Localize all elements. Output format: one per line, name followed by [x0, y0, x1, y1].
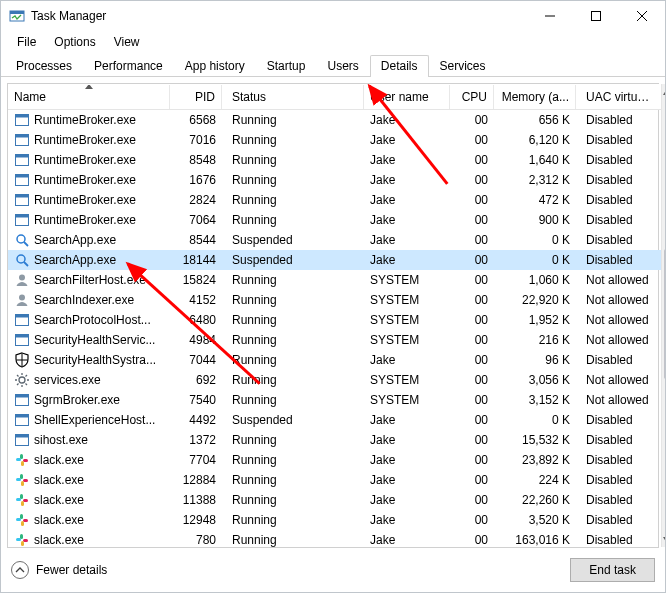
- table-row[interactable]: SearchApp.exe18144SuspendedJake000 KDisa…: [8, 250, 661, 270]
- table-row[interactable]: sihost.exe1372RunningJake0015,532 KDisab…: [8, 430, 661, 450]
- svg-rect-53: [16, 498, 21, 501]
- table-row[interactable]: slack.exe780RunningJake00163,016 KDisabl…: [8, 530, 661, 547]
- process-user: SYSTEM: [364, 393, 450, 407]
- process-icon: [14, 492, 30, 508]
- process-uac: Disabled: [576, 253, 661, 267]
- scroll-track[interactable]: [662, 101, 666, 530]
- process-user: Jake: [364, 533, 450, 547]
- fewer-details-button[interactable]: Fewer details: [11, 561, 107, 579]
- process-icon: [14, 392, 30, 408]
- process-memory: 3,520 K: [494, 513, 576, 527]
- process-icon: [14, 212, 30, 228]
- column-cpu[interactable]: CPU: [450, 85, 494, 109]
- table-row[interactable]: SearchProtocolHost...6480RunningSYSTEM00…: [8, 310, 661, 330]
- table-row[interactable]: services.exe692RunningSYSTEM003,056 KNot…: [8, 370, 661, 390]
- tab-performance[interactable]: Performance: [83, 55, 174, 77]
- process-uac: Not allowed: [576, 313, 661, 327]
- process-name: slack.exe: [34, 453, 84, 467]
- menu-options[interactable]: Options: [46, 33, 103, 51]
- table-row[interactable]: SearchApp.exe8544SuspendedJake000 KDisab…: [8, 230, 661, 250]
- vertical-scrollbar[interactable]: [661, 84, 666, 547]
- scroll-up-arrow[interactable]: [662, 84, 666, 101]
- process-uac: Disabled: [576, 153, 661, 167]
- process-status: Running: [222, 173, 364, 187]
- svg-rect-62: [23, 539, 28, 542]
- table-row[interactable]: RuntimeBroker.exe6568RunningJake00656 KD…: [8, 110, 661, 130]
- column-uac[interactable]: UAC virtualizat...: [576, 85, 661, 109]
- process-icon: [14, 292, 30, 308]
- menu-file[interactable]: File: [9, 33, 44, 51]
- process-status: Running: [222, 293, 364, 307]
- process-user: Jake: [364, 113, 450, 127]
- column-user[interactable]: User name: [364, 85, 450, 109]
- svg-rect-55: [20, 494, 23, 499]
- process-status: Running: [222, 373, 364, 387]
- menu-view[interactable]: View: [106, 33, 148, 51]
- process-table: Name PID Status User name CPU Memory (a.…: [8, 84, 661, 547]
- svg-rect-63: [20, 534, 23, 539]
- table-row[interactable]: slack.exe12948RunningJake003,520 KDisabl…: [8, 510, 661, 530]
- process-uac: Disabled: [576, 413, 661, 427]
- process-status: Suspended: [222, 413, 364, 427]
- process-icon: [14, 252, 30, 268]
- table-row[interactable]: RuntimeBroker.exe2824RunningJake00472 KD…: [8, 190, 661, 210]
- column-status[interactable]: Status: [222, 85, 364, 109]
- table-row[interactable]: slack.exe12884RunningJake00224 KDisabled: [8, 470, 661, 490]
- close-button[interactable]: [619, 1, 665, 31]
- process-name: SearchProtocolHost...: [34, 313, 151, 327]
- table-row[interactable]: RuntimeBroker.exe7064RunningJake00900 KD…: [8, 210, 661, 230]
- process-status: Suspended: [222, 233, 364, 247]
- footer: Fewer details End task: [1, 548, 665, 592]
- table-row[interactable]: RuntimeBroker.exe7016RunningJake006,120 …: [8, 130, 661, 150]
- process-cpu: 00: [450, 213, 494, 227]
- process-uac: Disabled: [576, 533, 661, 547]
- table-row[interactable]: SecurityHealthServic...4984RunningSYSTEM…: [8, 330, 661, 350]
- window-controls: [527, 1, 665, 31]
- scroll-down-arrow[interactable]: [662, 530, 666, 547]
- tab-details[interactable]: Details: [370, 55, 429, 77]
- process-pid: 7064: [170, 213, 222, 227]
- process-user: SYSTEM: [364, 313, 450, 327]
- column-pid[interactable]: PID: [170, 85, 222, 109]
- table-row[interactable]: SecurityHealthSystra...7044RunningJake00…: [8, 350, 661, 370]
- table-header: Name PID Status User name CPU Memory (a.…: [8, 84, 661, 110]
- table-row[interactable]: ShellExperienceHost...4492SuspendedJake0…: [8, 410, 661, 430]
- tab-startup[interactable]: Startup: [256, 55, 317, 77]
- table-row[interactable]: slack.exe11388RunningJake0022,260 KDisab…: [8, 490, 661, 510]
- process-user: Jake: [364, 133, 450, 147]
- end-task-button[interactable]: End task: [570, 558, 655, 582]
- minimize-button[interactable]: [527, 1, 573, 31]
- tab-services[interactable]: Services: [429, 55, 497, 77]
- process-uac: Not allowed: [576, 393, 661, 407]
- process-pid: 4984: [170, 333, 222, 347]
- process-status: Running: [222, 393, 364, 407]
- column-name[interactable]: Name: [8, 85, 170, 109]
- process-memory: 6,120 K: [494, 133, 576, 147]
- tab-app-history[interactable]: App history: [174, 55, 256, 77]
- column-memory[interactable]: Memory (a...: [494, 85, 576, 109]
- process-cpu: 00: [450, 273, 494, 287]
- svg-rect-17: [16, 215, 29, 218]
- process-memory: 0 K: [494, 413, 576, 427]
- process-cpu: 00: [450, 413, 494, 427]
- tab-users[interactable]: Users: [316, 55, 369, 77]
- maximize-button[interactable]: [573, 1, 619, 31]
- table-row[interactable]: SgrmBroker.exe7540RunningSYSTEM003,152 K…: [8, 390, 661, 410]
- svg-rect-61: [16, 538, 21, 541]
- task-manager-window: Task Manager File Options View Processes…: [0, 0, 666, 593]
- table-row[interactable]: RuntimeBroker.exe8548RunningJake001,640 …: [8, 150, 661, 170]
- process-pid: 692: [170, 373, 222, 387]
- table-row[interactable]: SearchIndexer.exe4152RunningSYSTEM0022,9…: [8, 290, 661, 310]
- table-row[interactable]: slack.exe7704RunningJake0023,892 KDisabl…: [8, 450, 661, 470]
- process-cpu: 00: [450, 513, 494, 527]
- process-status: Running: [222, 313, 364, 327]
- process-cpu: 00: [450, 113, 494, 127]
- process-cpu: 00: [450, 533, 494, 547]
- process-status: Running: [222, 113, 364, 127]
- process-user: Jake: [364, 513, 450, 527]
- table-row[interactable]: RuntimeBroker.exe1676RunningJake002,312 …: [8, 170, 661, 190]
- svg-rect-48: [21, 461, 24, 466]
- process-name: sihost.exe: [34, 433, 88, 447]
- tab-processes[interactable]: Processes: [5, 55, 83, 77]
- table-row[interactable]: SearchFilterHost.exe15824RunningSYSTEM00…: [8, 270, 661, 290]
